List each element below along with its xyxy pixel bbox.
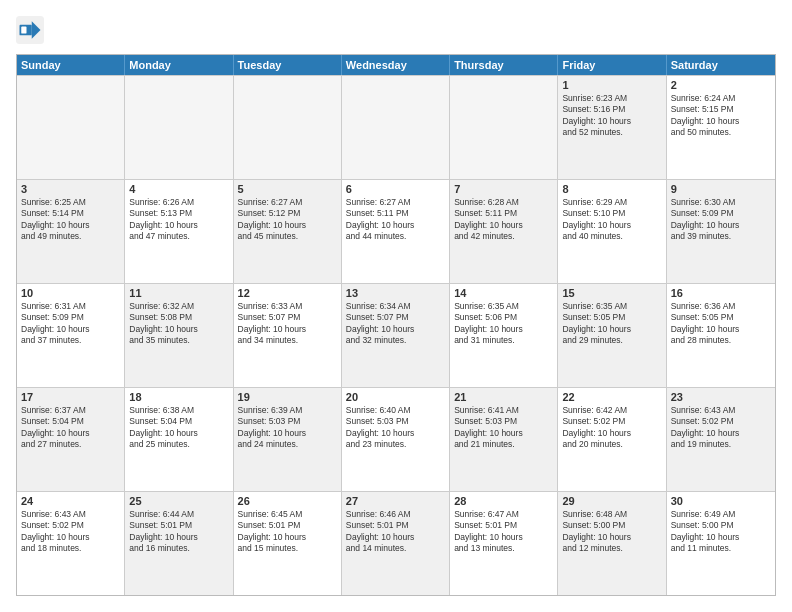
day-cell-5: 5Sunrise: 6:27 AM Sunset: 5:12 PM Daylig… bbox=[234, 180, 342, 283]
day-number: 25 bbox=[129, 495, 228, 507]
day-number: 28 bbox=[454, 495, 553, 507]
day-cell-26: 26Sunrise: 6:45 AM Sunset: 5:01 PM Dayli… bbox=[234, 492, 342, 595]
day-cell-24: 24Sunrise: 6:43 AM Sunset: 5:02 PM Dayli… bbox=[17, 492, 125, 595]
day-info: Sunrise: 6:43 AM Sunset: 5:02 PM Dayligh… bbox=[21, 509, 120, 555]
logo-icon bbox=[16, 16, 44, 44]
day-cell-7: 7Sunrise: 6:28 AM Sunset: 5:11 PM Daylig… bbox=[450, 180, 558, 283]
day-number: 30 bbox=[671, 495, 771, 507]
logo bbox=[16, 16, 48, 44]
calendar-row-1: 3Sunrise: 6:25 AM Sunset: 5:14 PM Daylig… bbox=[17, 179, 775, 283]
day-cell-9: 9Sunrise: 6:30 AM Sunset: 5:09 PM Daylig… bbox=[667, 180, 775, 283]
day-info: Sunrise: 6:48 AM Sunset: 5:00 PM Dayligh… bbox=[562, 509, 661, 555]
day-info: Sunrise: 6:40 AM Sunset: 5:03 PM Dayligh… bbox=[346, 405, 445, 451]
day-cell-13: 13Sunrise: 6:34 AM Sunset: 5:07 PM Dayli… bbox=[342, 284, 450, 387]
day-info: Sunrise: 6:38 AM Sunset: 5:04 PM Dayligh… bbox=[129, 405, 228, 451]
day-info: Sunrise: 6:36 AM Sunset: 5:05 PM Dayligh… bbox=[671, 301, 771, 347]
day-info: Sunrise: 6:34 AM Sunset: 5:07 PM Dayligh… bbox=[346, 301, 445, 347]
day-number: 16 bbox=[671, 287, 771, 299]
day-number: 29 bbox=[562, 495, 661, 507]
day-cell-12: 12Sunrise: 6:33 AM Sunset: 5:07 PM Dayli… bbox=[234, 284, 342, 387]
day-number: 10 bbox=[21, 287, 120, 299]
day-cell-27: 27Sunrise: 6:46 AM Sunset: 5:01 PM Dayli… bbox=[342, 492, 450, 595]
day-cell-11: 11Sunrise: 6:32 AM Sunset: 5:08 PM Dayli… bbox=[125, 284, 233, 387]
day-number: 19 bbox=[238, 391, 337, 403]
day-cell-29: 29Sunrise: 6:48 AM Sunset: 5:00 PM Dayli… bbox=[558, 492, 666, 595]
day-info: Sunrise: 6:31 AM Sunset: 5:09 PM Dayligh… bbox=[21, 301, 120, 347]
day-cell-17: 17Sunrise: 6:37 AM Sunset: 5:04 PM Dayli… bbox=[17, 388, 125, 491]
header bbox=[16, 16, 776, 44]
calendar-row-2: 10Sunrise: 6:31 AM Sunset: 5:09 PM Dayli… bbox=[17, 283, 775, 387]
day-number: 9 bbox=[671, 183, 771, 195]
day-cell-25: 25Sunrise: 6:44 AM Sunset: 5:01 PM Dayli… bbox=[125, 492, 233, 595]
day-cell-14: 14Sunrise: 6:35 AM Sunset: 5:06 PM Dayli… bbox=[450, 284, 558, 387]
day-cell-6: 6Sunrise: 6:27 AM Sunset: 5:11 PM Daylig… bbox=[342, 180, 450, 283]
day-info: Sunrise: 6:29 AM Sunset: 5:10 PM Dayligh… bbox=[562, 197, 661, 243]
day-cell-23: 23Sunrise: 6:43 AM Sunset: 5:02 PM Dayli… bbox=[667, 388, 775, 491]
day-number: 24 bbox=[21, 495, 120, 507]
calendar-body: 1Sunrise: 6:23 AM Sunset: 5:16 PM Daylig… bbox=[17, 75, 775, 595]
day-info: Sunrise: 6:47 AM Sunset: 5:01 PM Dayligh… bbox=[454, 509, 553, 555]
weekday-header-sunday: Sunday bbox=[17, 55, 125, 75]
day-cell-21: 21Sunrise: 6:41 AM Sunset: 5:03 PM Dayli… bbox=[450, 388, 558, 491]
day-cell-4: 4Sunrise: 6:26 AM Sunset: 5:13 PM Daylig… bbox=[125, 180, 233, 283]
day-info: Sunrise: 6:27 AM Sunset: 5:12 PM Dayligh… bbox=[238, 197, 337, 243]
day-cell-10: 10Sunrise: 6:31 AM Sunset: 5:09 PM Dayli… bbox=[17, 284, 125, 387]
day-number: 2 bbox=[671, 79, 771, 91]
day-info: Sunrise: 6:42 AM Sunset: 5:02 PM Dayligh… bbox=[562, 405, 661, 451]
day-number: 1 bbox=[562, 79, 661, 91]
day-cell-2: 2Sunrise: 6:24 AM Sunset: 5:15 PM Daylig… bbox=[667, 76, 775, 179]
day-info: Sunrise: 6:27 AM Sunset: 5:11 PM Dayligh… bbox=[346, 197, 445, 243]
calendar: SundayMondayTuesdayWednesdayThursdayFrid… bbox=[16, 54, 776, 596]
day-number: 17 bbox=[21, 391, 120, 403]
day-number: 15 bbox=[562, 287, 661, 299]
weekday-header-wednesday: Wednesday bbox=[342, 55, 450, 75]
day-info: Sunrise: 6:49 AM Sunset: 5:00 PM Dayligh… bbox=[671, 509, 771, 555]
day-info: Sunrise: 6:32 AM Sunset: 5:08 PM Dayligh… bbox=[129, 301, 228, 347]
day-number: 22 bbox=[562, 391, 661, 403]
day-number: 6 bbox=[346, 183, 445, 195]
day-info: Sunrise: 6:35 AM Sunset: 5:05 PM Dayligh… bbox=[562, 301, 661, 347]
day-info: Sunrise: 6:39 AM Sunset: 5:03 PM Dayligh… bbox=[238, 405, 337, 451]
day-info: Sunrise: 6:35 AM Sunset: 5:06 PM Dayligh… bbox=[454, 301, 553, 347]
weekday-header-saturday: Saturday bbox=[667, 55, 775, 75]
day-info: Sunrise: 6:26 AM Sunset: 5:13 PM Dayligh… bbox=[129, 197, 228, 243]
day-info: Sunrise: 6:33 AM Sunset: 5:07 PM Dayligh… bbox=[238, 301, 337, 347]
day-number: 18 bbox=[129, 391, 228, 403]
day-cell-3: 3Sunrise: 6:25 AM Sunset: 5:14 PM Daylig… bbox=[17, 180, 125, 283]
day-info: Sunrise: 6:45 AM Sunset: 5:01 PM Dayligh… bbox=[238, 509, 337, 555]
day-number: 7 bbox=[454, 183, 553, 195]
day-cell-28: 28Sunrise: 6:47 AM Sunset: 5:01 PM Dayli… bbox=[450, 492, 558, 595]
day-cell-16: 16Sunrise: 6:36 AM Sunset: 5:05 PM Dayli… bbox=[667, 284, 775, 387]
calendar-header: SundayMondayTuesdayWednesdayThursdayFrid… bbox=[17, 55, 775, 75]
day-cell-18: 18Sunrise: 6:38 AM Sunset: 5:04 PM Dayli… bbox=[125, 388, 233, 491]
day-info: Sunrise: 6:24 AM Sunset: 5:15 PM Dayligh… bbox=[671, 93, 771, 139]
day-info: Sunrise: 6:37 AM Sunset: 5:04 PM Dayligh… bbox=[21, 405, 120, 451]
calendar-row-0: 1Sunrise: 6:23 AM Sunset: 5:16 PM Daylig… bbox=[17, 75, 775, 179]
day-cell-30: 30Sunrise: 6:49 AM Sunset: 5:00 PM Dayli… bbox=[667, 492, 775, 595]
day-number: 27 bbox=[346, 495, 445, 507]
day-number: 8 bbox=[562, 183, 661, 195]
day-info: Sunrise: 6:25 AM Sunset: 5:14 PM Dayligh… bbox=[21, 197, 120, 243]
day-cell-22: 22Sunrise: 6:42 AM Sunset: 5:02 PM Dayli… bbox=[558, 388, 666, 491]
day-info: Sunrise: 6:30 AM Sunset: 5:09 PM Dayligh… bbox=[671, 197, 771, 243]
day-number: 14 bbox=[454, 287, 553, 299]
day-number: 3 bbox=[21, 183, 120, 195]
day-info: Sunrise: 6:23 AM Sunset: 5:16 PM Dayligh… bbox=[562, 93, 661, 139]
day-info: Sunrise: 6:44 AM Sunset: 5:01 PM Dayligh… bbox=[129, 509, 228, 555]
svg-rect-3 bbox=[21, 27, 26, 34]
day-number: 26 bbox=[238, 495, 337, 507]
day-number: 11 bbox=[129, 287, 228, 299]
day-number: 13 bbox=[346, 287, 445, 299]
day-number: 20 bbox=[346, 391, 445, 403]
day-cell-19: 19Sunrise: 6:39 AM Sunset: 5:03 PM Dayli… bbox=[234, 388, 342, 491]
weekday-header-monday: Monday bbox=[125, 55, 233, 75]
calendar-row-3: 17Sunrise: 6:37 AM Sunset: 5:04 PM Dayli… bbox=[17, 387, 775, 491]
empty-cell bbox=[17, 76, 125, 179]
day-cell-1: 1Sunrise: 6:23 AM Sunset: 5:16 PM Daylig… bbox=[558, 76, 666, 179]
weekday-header-friday: Friday bbox=[558, 55, 666, 75]
weekday-header-thursday: Thursday bbox=[450, 55, 558, 75]
day-cell-20: 20Sunrise: 6:40 AM Sunset: 5:03 PM Dayli… bbox=[342, 388, 450, 491]
day-number: 4 bbox=[129, 183, 228, 195]
page: SundayMondayTuesdayWednesdayThursdayFrid… bbox=[0, 0, 792, 612]
day-info: Sunrise: 6:28 AM Sunset: 5:11 PM Dayligh… bbox=[454, 197, 553, 243]
